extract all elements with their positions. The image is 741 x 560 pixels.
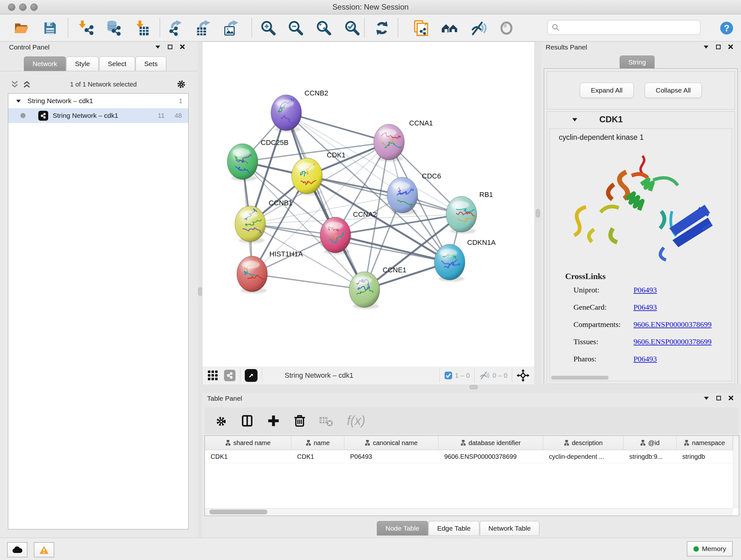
edge-CCNA2-CDKN1A[interactable] xyxy=(335,235,450,262)
panel-menu-icon[interactable] xyxy=(703,45,709,49)
warnings-button[interactable] xyxy=(34,542,54,557)
gene-header-row[interactable]: CDK1 xyxy=(547,112,735,127)
expand-all-icon[interactable] xyxy=(23,80,31,88)
splitter-handle[interactable] xyxy=(536,209,540,217)
zoom-in-button[interactable] xyxy=(259,19,277,37)
tab-network-table[interactable]: Network Table xyxy=(480,521,540,536)
node-CCNB1[interactable] xyxy=(235,206,266,242)
table-vertical-scrollbar[interactable] xyxy=(733,436,739,509)
collapse-all-button[interactable]: Collapse All xyxy=(645,83,702,98)
horizontal-splitter[interactable] xyxy=(202,384,741,393)
search-input[interactable] xyxy=(560,23,696,32)
panel-close-icon[interactable] xyxy=(728,44,733,50)
network-options-gear-icon[interactable] xyxy=(176,79,187,90)
table-row[interactable]: CDK1CDK1P064939606.ENSP00000378699cyclin… xyxy=(205,450,739,463)
network-canvas[interactable]: CCNB2CCNA1CDC25BCDK1CDC6RB1CCNB1CCNA2CDK… xyxy=(202,42,535,367)
crosslink-link[interactable]: P06493 xyxy=(633,303,657,312)
expand-all-button[interactable]: Expand All xyxy=(580,83,634,98)
zoom-fit-button[interactable] xyxy=(314,19,333,37)
panel-float-icon[interactable] xyxy=(716,44,721,50)
zoom-selected-button[interactable] xyxy=(343,19,361,37)
table-panel: Table Panel xyxy=(202,393,741,538)
column-header-shared-name[interactable]: shared name xyxy=(205,436,291,450)
show-columns-icon[interactable] xyxy=(240,414,254,428)
splitter-handle[interactable] xyxy=(469,385,478,389)
add-column-icon[interactable] xyxy=(266,414,280,428)
refresh-view-button[interactable] xyxy=(373,19,391,37)
panel-menu-icon[interactable] xyxy=(704,396,709,400)
import-table-button[interactable] xyxy=(133,19,151,37)
tab-style[interactable]: Style xyxy=(66,57,98,71)
hide-panel-button[interactable] xyxy=(469,19,488,37)
vertical-splitter-right[interactable] xyxy=(534,42,541,385)
crosslink-link[interactable]: 9606.ENSP00000378699 xyxy=(633,320,712,329)
selected-checkbox-icon[interactable] xyxy=(444,371,453,380)
collapse-all-icon[interactable] xyxy=(10,80,19,88)
network-graph[interactable]: CCNB2CCNA1CDC25BCDK1CDC6RB1CCNB1CCNA2CDK… xyxy=(202,42,535,367)
column-header--id[interactable]: @id xyxy=(623,436,677,450)
import-network-file-button[interactable] xyxy=(77,19,96,37)
column-header-database-identifier[interactable]: database identifier xyxy=(439,436,543,450)
network-row[interactable]: String Network – cdk1 11 48 xyxy=(8,108,188,123)
vertical-splitter-left[interactable] xyxy=(198,42,202,538)
birds-eye-view-button[interactable] xyxy=(245,369,258,382)
zoom-out-button[interactable] xyxy=(286,19,305,37)
export-table-button[interactable] xyxy=(194,19,212,37)
delete-column-trash-icon[interactable] xyxy=(293,414,307,428)
tab-select[interactable]: Select xyxy=(99,57,135,71)
column-header-canonical-name[interactable]: canonical name xyxy=(344,436,439,450)
open-session-button[interactable] xyxy=(12,19,30,37)
network-collection-row[interactable]: String Network – cdk1 1 xyxy=(8,94,188,108)
panel-close-icon[interactable] xyxy=(180,44,185,50)
save-session-button[interactable] xyxy=(41,19,59,37)
table-horizontal-scrollbar[interactable] xyxy=(205,508,733,516)
node-CCNA2[interactable] xyxy=(320,217,351,253)
node-CDC25B[interactable] xyxy=(227,144,258,179)
panel-close-icon[interactable] xyxy=(728,395,734,401)
show-panel-button[interactable] xyxy=(497,19,516,37)
node-CDKN1A[interactable] xyxy=(434,244,465,280)
edge-CCNE1-HIST1H1A[interactable] xyxy=(252,274,364,290)
table-settings-gear-icon[interactable] xyxy=(214,414,228,428)
node-CCNE1[interactable] xyxy=(349,272,380,307)
panel-menu-icon[interactable] xyxy=(155,45,160,49)
column-header-namespace[interactable]: namespace xyxy=(677,436,733,450)
tab-node-table[interactable]: Node Table xyxy=(377,521,428,536)
tab-sets[interactable]: Sets xyxy=(136,57,166,71)
node-CCNB2[interactable] xyxy=(271,95,301,131)
node-RB1[interactable] xyxy=(446,196,477,232)
crosslink-link[interactable]: P06493 xyxy=(633,286,657,294)
cloud-status-button[interactable] xyxy=(7,542,27,557)
export-network-button[interactable] xyxy=(166,19,185,37)
node-CCNA1[interactable] xyxy=(374,124,404,160)
tab-network[interactable]: Network xyxy=(24,57,66,71)
edge-CCNB2-CCNE1[interactable] xyxy=(286,113,364,290)
grid-view-icon[interactable] xyxy=(207,370,218,381)
gene-expander-icon[interactable] xyxy=(572,117,578,122)
column-header-name[interactable]: name xyxy=(291,436,344,450)
search-field[interactable] xyxy=(547,20,700,35)
table-import-icon xyxy=(134,20,151,37)
node-CDK1[interactable] xyxy=(292,158,322,194)
panel-float-icon[interactable] xyxy=(167,44,173,50)
node-CDC6[interactable] xyxy=(387,177,419,213)
column-header-description[interactable]: description xyxy=(543,436,623,450)
node-HIST1H1A[interactable] xyxy=(237,256,269,292)
tab-edge-table[interactable]: Edge Table xyxy=(428,521,479,536)
scrollbar-thumb[interactable] xyxy=(209,509,267,514)
export-image-button[interactable] xyxy=(222,19,240,37)
panel-float-icon[interactable] xyxy=(716,395,721,401)
tab-string[interactable]: String xyxy=(620,56,655,69)
pan-crosshair-icon[interactable] xyxy=(517,369,529,382)
help-button[interactable]: ? xyxy=(718,19,736,37)
crosslink-link[interactable]: P06493 xyxy=(633,355,657,363)
import-network-database-button[interactable] xyxy=(104,19,123,37)
crosslink-link[interactable]: 9606.ENSP00000378699 xyxy=(633,337,712,346)
results-scrollbar-thumb[interactable] xyxy=(551,376,609,380)
table-cell: stringdb xyxy=(677,450,733,463)
tree-expander-icon[interactable] xyxy=(16,99,21,103)
clone-network-button[interactable] xyxy=(412,19,430,37)
gray-eye-icon xyxy=(498,20,515,36)
memory-button[interactable]: Memory xyxy=(687,541,733,557)
home-pages-button[interactable] xyxy=(441,19,459,37)
